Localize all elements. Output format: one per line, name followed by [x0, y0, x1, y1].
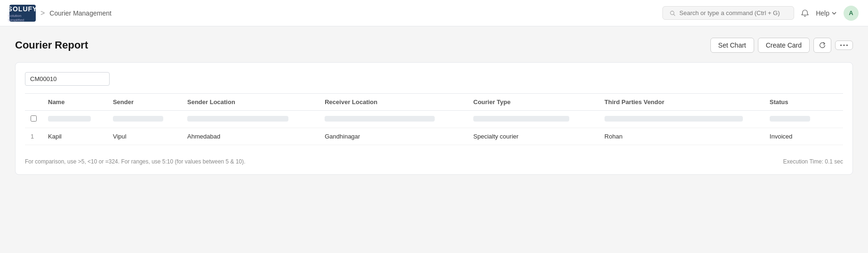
table-row-skeleton — [25, 111, 843, 128]
help-button[interactable]: Help — [816, 9, 837, 17]
more-options-button[interactable] — [835, 41, 853, 50]
checkbox-header — [25, 94, 42, 111]
bell-icon — [801, 9, 809, 17]
help-label: Help — [816, 9, 829, 17]
cell-sender-location: Ahmedabad — [182, 128, 319, 145]
page-header: Courier Report Set Chart Create Card — [15, 38, 853, 53]
skeleton-cell — [48, 116, 91, 122]
main-content: Courier Report Set Chart Create Card — [0, 26, 868, 186]
logo: SOLUFY Solution Simplified — [9, 5, 36, 22]
header-actions: Set Chart Create Card — [710, 38, 853, 53]
logo-tagline: Solution Simplified — [8, 14, 38, 22]
avatar[interactable]: A — [844, 6, 859, 21]
filter-input[interactable] — [25, 72, 110, 86]
table-footer: For comparison, use >5, <10 or =324. For… — [25, 149, 843, 165]
cell-status: Invoiced — [764, 128, 843, 145]
cell-name: Kapil — [42, 128, 107, 145]
skeleton-cell — [325, 116, 434, 122]
skeleton-cell — [187, 116, 288, 122]
cell-courier-type: Specialty courier — [468, 128, 599, 145]
report-card: Name Sender Sender Location Receiver Loc… — [15, 62, 853, 175]
skeleton-cell — [113, 116, 163, 122]
topbar-left: SOLUFY Solution Simplified > Courier Man… — [9, 5, 111, 22]
search-icon — [669, 10, 676, 16]
breadcrumb: Courier Management — [49, 9, 111, 17]
search-input[interactable] — [679, 9, 787, 16]
col-header-courier-type: Courier Type — [468, 94, 599, 111]
table-header-row: Name Sender Sender Location Receiver Loc… — [25, 94, 843, 111]
set-chart-button[interactable]: Set Chart — [710, 38, 754, 53]
skeleton-cell — [605, 116, 743, 122]
topbar: SOLUFY Solution Simplified > Courier Man… — [0, 0, 868, 26]
col-header-third-parties: Third Parties Vendor — [599, 94, 764, 111]
svg-line-1 — [674, 14, 675, 16]
table-row: 1 Kapil Vipul Ahmedabad Gandhinagar Spec… — [25, 128, 843, 145]
col-header-name: Name — [42, 94, 107, 111]
page-title: Courier Report — [15, 39, 88, 51]
col-header-status: Status — [764, 94, 843, 111]
col-header-sender: Sender — [107, 94, 182, 111]
cell-receiver-location: Gandhinagar — [319, 128, 468, 145]
row-checkbox-skeleton[interactable] — [31, 115, 37, 122]
breadcrumb-separator: > — [40, 9, 45, 17]
logo-brand: SOLUFY — [8, 5, 38, 13]
refresh-icon — [819, 41, 826, 49]
cell-third-parties: Rohan — [599, 128, 764, 145]
cell-sender: Vipul — [107, 128, 182, 145]
svg-point-2 — [840, 44, 842, 46]
avatar-letter: A — [849, 9, 853, 16]
skeleton-cell — [770, 116, 811, 122]
more-icon — [840, 44, 848, 46]
svg-point-4 — [846, 44, 848, 46]
col-header-sender-location: Sender Location — [182, 94, 319, 111]
execution-time: Execution Time: 0.1 sec — [783, 158, 843, 165]
topbar-right: Help A — [662, 6, 859, 21]
create-card-button[interactable]: Create Card — [758, 38, 810, 53]
refresh-button[interactable] — [813, 38, 831, 53]
col-header-receiver-location: Receiver Location — [319, 94, 468, 111]
notification-button[interactable] — [801, 9, 809, 17]
chevron-down-icon — [831, 10, 837, 16]
search-bar[interactable] — [662, 6, 794, 20]
filter-hint: For comparison, use >5, <10 or =324. For… — [25, 158, 246, 165]
row-number: 1 — [25, 128, 42, 145]
report-table: Name Sender Sender Location Receiver Loc… — [25, 93, 843, 145]
svg-point-3 — [843, 44, 844, 46]
skeleton-cell — [473, 116, 569, 122]
